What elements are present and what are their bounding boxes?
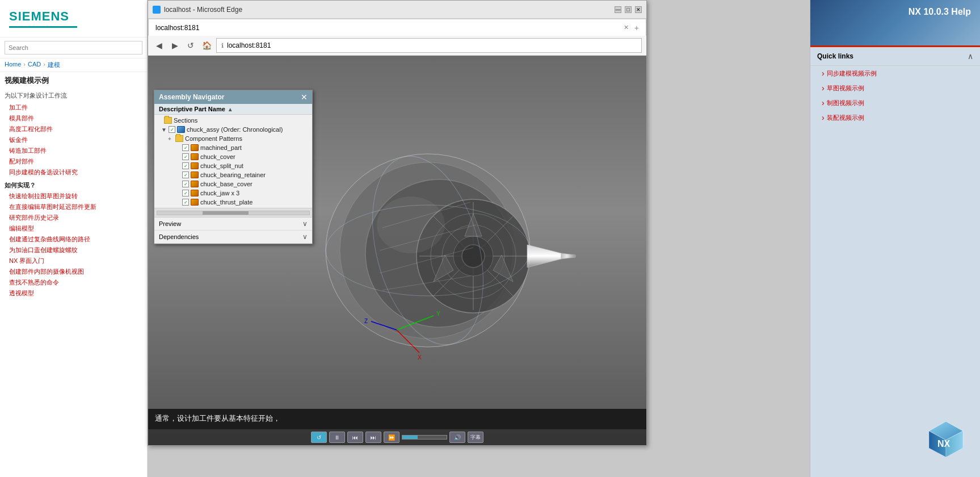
caption-text: 通常，设计加工件要从基本特征开始，	[155, 414, 280, 422]
expand-icon[interactable]: +	[168, 136, 174, 142]
video-toolbar: ↺ ⏸ ⏮ ⏭ ⏩ 🔊 字幕	[148, 429, 646, 445]
browser-titlebar: localhost - Microsoft Edge — □ ✕	[148, 1, 646, 19]
folder-icon	[175, 135, 183, 142]
search-area	[0, 37, 147, 58]
check-icon[interactable]	[169, 126, 175, 133]
nav-close-icon[interactable]: ✕	[301, 93, 308, 102]
refresh-button[interactable]: ↺	[184, 39, 197, 52]
browser-content: Y X Z	[148, 56, 646, 445]
nx-title: NX 10.0.3 Help	[909, 7, 971, 17]
nav-link-6[interactable]: 同步建模的备选设计研究	[0, 167, 147, 178]
svg-text:Y: Y	[436, 311, 440, 317]
how-link-5[interactable]: 为加油口盖创建螺旋螺纹	[0, 245, 147, 256]
home-button[interactable]: 🏠	[200, 39, 213, 52]
how-link-4[interactable]: 创建通过复杂曲线网络的路径	[0, 234, 147, 245]
part-icon	[191, 153, 199, 160]
expand-icon[interactable]: ▼	[161, 127, 167, 133]
quick-link-3[interactable]: 装配视频示例	[810, 110, 980, 125]
minimize-button[interactable]: —	[615, 6, 621, 13]
volume-button[interactable]: 🔊	[449, 432, 465, 443]
dependencies-label: Dependencies	[159, 233, 199, 240]
part-icon	[191, 190, 199, 196]
preview-chevron-icon: ∨	[302, 220, 308, 228]
progress-bar[interactable]	[402, 435, 447, 440]
nav-tree: Sections ▼ chuck_assy (Order: Chronologi…	[154, 115, 312, 208]
new-tab-button[interactable]: +	[634, 23, 639, 32]
svg-text:X: X	[418, 354, 422, 361]
how-link-0[interactable]: 快速绘制拉图草图并旋转	[0, 191, 147, 202]
check-icon[interactable]	[182, 190, 189, 196]
sections-label: Sections	[174, 117, 197, 124]
security-icon: ℹ	[221, 42, 224, 49]
breadcrumb-home[interactable]: Home	[5, 61, 21, 69]
quick-links-toggle[interactable]: ∧	[968, 52, 973, 61]
browser-window: localhost - Microsoft Edge — □ ✕ localho…	[148, 0, 647, 446]
breadcrumb-cad[interactable]: CAD	[28, 61, 41, 69]
assembly-navigator: Assembly Navigator ✕ Descriptive Part Na…	[154, 90, 313, 244]
dependencies-item[interactable]: Dependencies ∨	[154, 231, 312, 244]
search-input[interactable]	[5, 41, 142, 55]
nav-item-chuck-cover[interactable]: chuck_cover	[154, 152, 312, 161]
section-title: 视频建模示例	[0, 72, 147, 89]
nav-link-3[interactable]: 钣金件	[0, 135, 147, 145]
chuck-split-nut-label: chuck_split_nut	[200, 162, 243, 169]
next-frame-button[interactable]: ⏭	[365, 432, 381, 443]
check-icon[interactable]	[182, 199, 189, 206]
nav-link-5[interactable]: 配对部件	[0, 156, 147, 167]
scrollbar-thumb[interactable]	[203, 211, 248, 215]
nav-link-4[interactable]: 铸造加工部件	[0, 145, 147, 156]
nav-item-machined-part[interactable]: machined_part	[154, 143, 312, 152]
part-icon	[191, 162, 199, 169]
check-icon[interactable]	[182, 162, 189, 169]
quick-link-1[interactable]: 草图视频示例	[810, 81, 980, 95]
video-caption: 通常，设计加工件要从基本特征开始，	[148, 409, 646, 429]
nav-sections-item[interactable]: Sections	[154, 116, 312, 125]
forward-button[interactable]: ▶	[169, 39, 181, 52]
quick-link-0[interactable]: 同步建模视频示例	[810, 66, 980, 81]
scrollbar-track[interactable]	[157, 211, 310, 215]
caption-button[interactable]: 字幕	[468, 432, 483, 443]
chuck-jaw-label: chuck_jaw x 3	[200, 190, 239, 196]
maximize-button[interactable]: □	[625, 6, 632, 13]
pause-button[interactable]: ⏸	[329, 432, 345, 443]
siemens-logo-underline	[9, 26, 77, 28]
nav-item-chuck-base[interactable]: chuck_base_cover	[154, 179, 312, 189]
how-link-7[interactable]: 创建部件内部的摄像机视图	[0, 266, 147, 277]
prev-button[interactable]: ⏮	[347, 432, 363, 443]
browser-tab[interactable]: localhost:8181 ✕ +	[148, 19, 646, 36]
preview-item[interactable]: Preview ∨	[154, 217, 312, 231]
quick-link-2[interactable]: 制图视频示例	[810, 95, 980, 110]
play-button[interactable]: ↺	[311, 432, 327, 443]
part-icon	[191, 171, 199, 178]
nav-footer: Preview ∨ Dependencies ∨	[154, 217, 312, 244]
nav-item-chuck-split-nut[interactable]: chuck_split_nut	[154, 161, 312, 170]
check-icon[interactable]	[182, 181, 189, 187]
how-link-3[interactable]: 编辑模型	[0, 223, 147, 234]
nav-scrollbar[interactable]	[154, 208, 312, 217]
back-button[interactable]: ◀	[153, 39, 165, 52]
check-icon[interactable]	[182, 144, 189, 151]
how-link-6[interactable]: NX 界面入门	[0, 256, 147, 266]
nav-link-0[interactable]: 加工件	[0, 102, 147, 113]
how-link-8[interactable]: 查找不熟悉的命令	[0, 277, 147, 288]
nav-item-chuck-thrust[interactable]: chuck_thrust_plate	[154, 198, 312, 207]
check-icon[interactable]	[182, 171, 189, 178]
nav-item-chuck-assy[interactable]: ▼ chuck_assy (Order: Chronological)	[154, 125, 312, 134]
quick-links-header: Quick links ∧	[810, 47, 980, 66]
nav-item-chuck-bearing[interactable]: chuck_bearing_retainer	[154, 170, 312, 179]
nav-item-comp-patterns[interactable]: + Component Patterns	[154, 134, 312, 143]
close-button[interactable]: ✕	[635, 6, 642, 13]
breadcrumb-modeling[interactable]: 建模	[48, 61, 60, 69]
tab-close-icon[interactable]: ✕	[624, 24, 629, 31]
how-link-2[interactable]: 研究部件历史记录	[0, 212, 147, 223]
check-icon[interactable]	[182, 153, 189, 160]
forward-button[interactable]: ⏩	[384, 432, 399, 443]
nav-link-2[interactable]: 高度工程化部件	[0, 124, 147, 135]
nav-item-chuck-jaw[interactable]: chuck_jaw x 3	[154, 189, 312, 198]
tab-favicon	[153, 6, 161, 14]
nav-title: Assembly Navigator	[159, 93, 224, 101]
nav-link-1[interactable]: 模具部件	[0, 113, 147, 124]
how-link-1[interactable]: 在直接编辑草图时延迟部件更新	[0, 202, 147, 212]
siemens-logo-text: SIEMENS	[9, 9, 138, 24]
how-link-9[interactable]: 透视模型	[0, 288, 147, 299]
